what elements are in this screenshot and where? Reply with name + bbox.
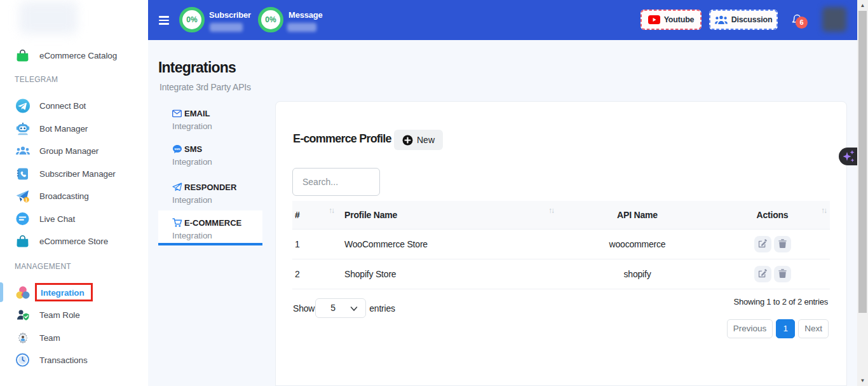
svg-text:SMS: SMS xyxy=(174,148,180,151)
svg-text:1: 1 xyxy=(25,198,28,202)
